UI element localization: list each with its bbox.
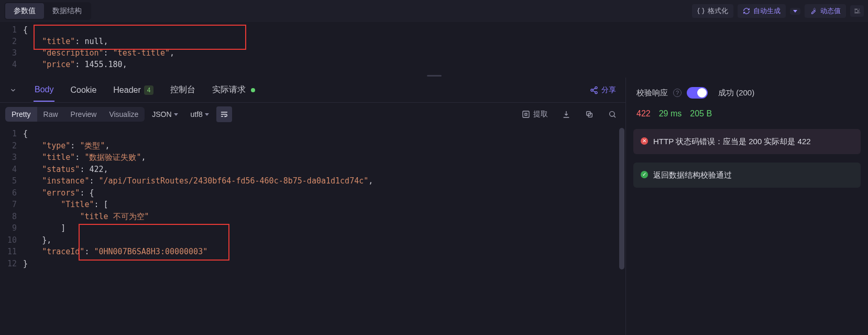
copy-icon	[585, 110, 594, 118]
request-body-actions: 格式化 自动生成 动态值	[692, 4, 864, 18]
response-size: 205 B	[690, 109, 712, 118]
tab-param-value[interactable]: 参数值	[5, 3, 44, 19]
code-line: 12}	[0, 258, 625, 270]
code-line: 11 "traceId": "0HN007B6SA8H3:00000003"	[0, 246, 625, 258]
svg-point-6	[610, 112, 614, 116]
code-line: 8 "title 不可为空"	[0, 211, 625, 223]
collapse-chevron-icon[interactable]	[9, 87, 19, 94]
code-line: 9 ]	[0, 222, 625, 234]
tab-cookie[interactable]: Cookie	[69, 79, 97, 101]
request-body-tabs: 参数值 数据结构	[4, 2, 91, 20]
format-dropdown[interactable]: JSON	[147, 107, 183, 122]
svg-point-1	[591, 89, 593, 91]
status-code: 422	[636, 109, 651, 118]
dynamic-values-button[interactable]: 动态值	[805, 4, 846, 18]
response-view-segment: Pretty Raw Preview Visualize	[5, 107, 145, 122]
code-line: 10 },	[0, 234, 625, 246]
sliders-icon	[853, 7, 861, 15]
tab-header[interactable]: Header 4	[112, 79, 155, 101]
expected-status-label[interactable]: 成功 (200)	[718, 88, 754, 98]
search-button[interactable]	[605, 106, 620, 122]
code-line: 5 "instance": "/api/TouristRoutes/2430bf…	[0, 175, 625, 187]
format-button[interactable]: 格式化	[692, 4, 733, 18]
code-line: 3 "title": "数据验证失败",	[0, 152, 625, 164]
share-icon	[590, 86, 598, 94]
request-body-editor[interactable]: 1{2 "title": null,3 "description": "test…	[0, 22, 868, 73]
extract-button[interactable]: 提取	[519, 106, 551, 122]
validate-response-row: 校验响应 ? 成功 (200)	[626, 84, 868, 102]
encoding-dropdown[interactable]: utf8	[185, 107, 214, 122]
search-icon	[608, 110, 617, 118]
code-line: 3 "description": "test-title",	[0, 47, 868, 59]
svg-point-0	[595, 87, 597, 89]
response-body-viewer[interactable]: 1{2 "type": "类型",3 "title": "数据验证失败",4 "…	[0, 126, 625, 335]
svg-rect-3	[523, 111, 529, 117]
share-button[interactable]: 分享	[590, 85, 616, 95]
tab-data-structure[interactable]: 数据结构	[44, 3, 90, 19]
chevron-down-icon	[793, 10, 797, 13]
success-icon: ✓	[641, 171, 648, 178]
wrap-lines-button[interactable]	[216, 106, 232, 122]
validation-ok-alert: ✓ 返回数据结构校验通过	[633, 163, 861, 188]
code-line: 1{	[0, 128, 625, 140]
auto-generate-button[interactable]: 自动生成	[738, 4, 786, 18]
more-settings-button[interactable]	[850, 5, 864, 17]
brackets-icon	[697, 7, 705, 15]
magic-wand-icon	[810, 7, 817, 15]
validation-ok-text: 返回数据结构校验通过	[653, 169, 732, 181]
auto-generate-more-button[interactable]	[790, 8, 800, 15]
validate-label: 校验响应	[636, 88, 668, 98]
copy-button[interactable]	[581, 106, 597, 122]
header-count-badge: 4	[144, 85, 154, 95]
svg-point-2	[595, 91, 597, 93]
code-line: 2 "type": "类型",	[0, 140, 625, 152]
scrollbar[interactable]	[619, 128, 624, 269]
response-time: 29 ms	[659, 109, 682, 118]
help-icon[interactable]: ?	[673, 89, 682, 97]
chevron-down-icon	[205, 113, 209, 116]
tab-actual-request[interactable]: 实际请求	[211, 78, 256, 102]
response-tabs: Body Cookie Header 4 控制台 实际请求 分享	[0, 78, 625, 103]
response-status-bar: 422 29 ms 205 B	[626, 104, 868, 124]
extract-icon	[522, 110, 530, 118]
view-raw[interactable]: Raw	[37, 107, 64, 122]
refresh-icon	[743, 7, 750, 15]
tab-console[interactable]: 控制台	[169, 78, 196, 102]
error-icon: ✕	[641, 137, 648, 145]
request-body-toolbar: 参数值 数据结构 格式化 自动生成	[0, 0, 868, 22]
view-visualize[interactable]: Visualize	[103, 107, 145, 122]
code-line: 7 "Title": [	[0, 199, 625, 211]
response-toolbar: Pretty Raw Preview Visualize JSON utf8	[0, 103, 625, 126]
download-button[interactable]	[558, 106, 574, 122]
tab-body[interactable]: Body	[34, 79, 54, 102]
view-pretty[interactable]: Pretty	[5, 107, 37, 122]
download-icon	[562, 110, 570, 118]
status-dot-icon	[251, 88, 255, 92]
code-line: 4 "status": 422,	[0, 164, 625, 176]
validation-error-text: HTTP 状态码错误：应当是 200 实际却是 422	[653, 135, 811, 148]
code-line: 2 "title": null,	[0, 36, 868, 47]
code-line: 1{	[0, 24, 868, 36]
validation-error-alert: ✕ HTTP 状态码错误：应当是 200 实际却是 422	[633, 129, 861, 154]
wrap-icon	[220, 110, 228, 118]
code-line: 4 "price": 1455.180,	[0, 59, 868, 70]
code-line: 6 "errors": {	[0, 187, 625, 199]
chevron-down-icon	[174, 113, 178, 116]
view-preview[interactable]: Preview	[64, 107, 103, 122]
validation-panel: 校验响应 ? 成功 (200) 422 29 ms 205 B ✕ HTTP 状…	[625, 78, 868, 335]
resize-handle[interactable]	[0, 73, 868, 78]
validate-toggle[interactable]	[687, 87, 708, 99]
